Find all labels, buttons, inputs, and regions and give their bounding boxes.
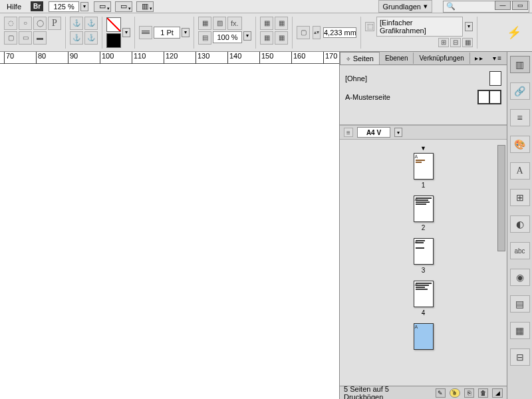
rect-solid-icon[interactable]: ▬: [33, 31, 47, 45]
minimize-button[interactable]: —: [495, 1, 511, 10]
frame-dropdown-icon[interactable]: ▾: [465, 22, 473, 31]
ruler-tick: 160: [291, 52, 305, 64]
page-item-5[interactable]: A: [340, 323, 507, 350]
anchor-3-icon[interactable]: ⚓: [70, 31, 83, 45]
master-a-row[interactable]: A-Musterseite: [345, 88, 501, 106]
stroke-black-swatch[interactable]: [106, 33, 121, 48]
edit-page-icon[interactable]: ✎: [436, 388, 446, 398]
dock-glyph-icon[interactable]: abc: [510, 242, 530, 259]
view-options-icon[interactable]: ▥: [136, 1, 154, 12]
corner-stepper-icon[interactable]: ▴▾: [313, 26, 321, 39]
ruler-tick: 130: [196, 52, 209, 64]
master-ohne-thumb[interactable]: [489, 71, 501, 86]
resize-handle-icon[interactable]: ◢: [492, 388, 502, 398]
screen-mode-icon[interactable]: ▭: [94, 1, 111, 12]
page-thumb-selected[interactable]: A: [414, 323, 434, 350]
dock-object-styles-icon[interactable]: ▤: [510, 295, 530, 313]
dock-gradient-icon[interactable]: ◐: [510, 215, 530, 233]
stroke-dropdown-icon[interactable]: ▾: [182, 28, 190, 37]
insertion-marker-icon: ▼: [340, 145, 507, 152]
panel-menu-icon[interactable]: ▾≡: [489, 55, 507, 62]
page-thumb[interactable]: A: [414, 238, 434, 265]
page-thumb[interactable]: A: [414, 196, 434, 222]
scrollbar-thumb[interactable]: [497, 145, 505, 251]
workspace-switcher[interactable]: Grundlagen ▾: [378, 0, 433, 13]
new-page-icon[interactable]: ⎘: [464, 388, 474, 398]
maximize-button[interactable]: ▭: [512, 1, 528, 10]
opacity-2-icon[interactable]: ▨: [213, 17, 226, 30]
pages-status-bar: 5 Seiten auf 5 Druckbögen ✎ 🖱 ⎘ 🗑 ◢: [340, 386, 507, 399]
tab-ebenen[interactable]: Ebenen: [380, 53, 414, 64]
dock-character-icon[interactable]: A: [510, 162, 530, 180]
stroke-weight-icon[interactable]: [139, 26, 152, 39]
dock-color-icon[interactable]: 🎨: [510, 136, 530, 153]
master-a-thumb[interactable]: [477, 90, 501, 104]
rect-icon[interactable]: ▭: [19, 31, 32, 45]
swatch-dropdown-icon[interactable]: ▾: [122, 28, 130, 37]
page-size-input[interactable]: [357, 127, 390, 138]
page-thumb[interactable]: A: [414, 281, 434, 307]
page-item-1[interactable]: A 1: [340, 153, 507, 189]
zoom-input[interactable]: [49, 1, 79, 12]
frame-style-label: [Einfacher Grafikrahmen]: [380, 19, 460, 35]
master-ohne-row[interactable]: [Ohne]: [345, 69, 501, 88]
page-item-4[interactable]: A 4: [340, 281, 507, 317]
zoom-dropdown-icon[interactable]: ▾: [80, 2, 88, 11]
page-thumb[interactable]: A: [414, 153, 434, 180]
ellipse-dotted-icon[interactable]: ◌: [4, 17, 17, 30]
frame-style-select[interactable]: [Einfacher Grafikrahmen]: [376, 17, 463, 37]
size-dropdown-icon[interactable]: ▾: [394, 128, 402, 137]
page-number: 4: [422, 309, 426, 317]
dock-stroke-icon[interactable]: ≡: [510, 109, 530, 126]
bridge-badge[interactable]: Br: [31, 1, 43, 11]
ellipse-icon[interactable]: ○: [19, 17, 32, 30]
fx-button[interactable]: fx.: [227, 17, 242, 30]
panel-expand-button[interactable]: ▸▸: [471, 55, 488, 62]
wrap-2-icon[interactable]: ▦: [275, 17, 288, 30]
frame-icon[interactable]: ⬚: [365, 22, 374, 31]
frame-style-group: ⬚ [Einfacher Grafikrahmen] ▾ ⊞ ⊟ ▦: [365, 17, 477, 49]
canvas[interactable]: [0, 64, 339, 399]
help-menu[interactable]: Hilfe: [3, 1, 25, 12]
fill-none-swatch[interactable]: [106, 17, 121, 32]
opacity-3-icon[interactable]: ▤: [198, 31, 211, 45]
page-item-2[interactable]: A 2: [340, 196, 507, 231]
extra-3-icon[interactable]: ▦: [462, 38, 473, 47]
ellipse-solid-icon[interactable]: ◯: [33, 17, 47, 30]
corner-input[interactable]: [323, 27, 356, 38]
menu-bar: Hilfe Br ▾ ▭ ▭ ▥ Grundlagen ▾ 🔍 — ▭: [0, 0, 532, 13]
opacity-input[interactable]: [213, 31, 242, 43]
chevron-down-icon: ▾: [424, 2, 428, 11]
arrange-icon[interactable]: ▭: [115, 1, 132, 12]
anchor-4-icon[interactable]: ⚓: [84, 31, 98, 45]
anchor-2-icon[interactable]: ⚓: [84, 17, 98, 30]
dock-links-icon[interactable]: 🔗: [510, 82, 530, 100]
extra-2-icon[interactable]: ⊟: [450, 38, 461, 47]
opacity-dropdown-icon[interactable]: ▾: [243, 31, 251, 41]
zoom-control[interactable]: ▾: [49, 1, 88, 12]
dock-swatches-icon[interactable]: ⊞: [510, 189, 530, 206]
anchor-1-icon[interactable]: ⚓: [70, 17, 83, 30]
page-item-3[interactable]: A 3: [340, 238, 507, 274]
dock-effects-icon[interactable]: ◉: [510, 269, 530, 286]
text-p-icon[interactable]: P: [48, 17, 61, 30]
lightning-icon[interactable]: ⚡: [507, 25, 528, 40]
wrap-3-icon[interactable]: ▦: [260, 31, 273, 45]
size-menu-icon[interactable]: ≡: [344, 128, 353, 137]
page-number: 3: [422, 267, 426, 274]
stroke-weight-input[interactable]: [154, 27, 180, 39]
extra-1-icon[interactable]: ⊞: [438, 38, 449, 47]
corner-icon[interactable]: ▢: [297, 26, 310, 39]
dock-pages-icon[interactable]: ▥: [510, 56, 530, 73]
wrap-4-icon[interactable]: ▦: [275, 31, 288, 45]
dock-para-styles-icon[interactable]: ▦: [510, 322, 530, 339]
wrap-1-icon[interactable]: ▦: [260, 17, 273, 30]
tab-seiten[interactable]: ✧ Seiten: [340, 52, 380, 65]
new-page-button[interactable]: 🖱: [450, 388, 460, 398]
rect-dotted-icon[interactable]: ▢: [4, 31, 17, 45]
delete-page-icon[interactable]: 🗑: [478, 388, 488, 398]
opacity-1-icon[interactable]: ▦: [198, 17, 211, 30]
corner-group: ▢ ▴▾: [297, 17, 361, 49]
dock-cell-styles-icon[interactable]: ⊟: [510, 348, 530, 366]
tab-verknuepfungen[interactable]: Verknüpfungen: [414, 53, 469, 64]
